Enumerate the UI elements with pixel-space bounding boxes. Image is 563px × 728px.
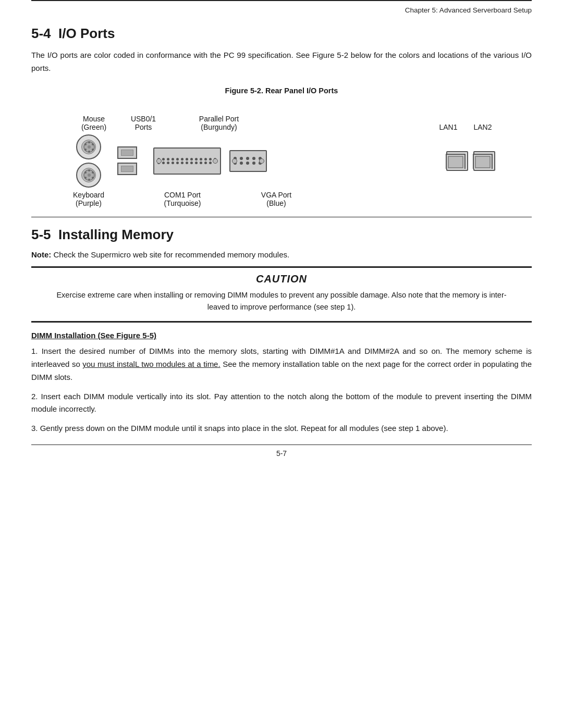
usb-port-0-inner [121, 150, 133, 156]
com1-label-line2: (Turquoise) [164, 199, 201, 207]
figure-caption: Figure 5-2. Rear Panel I/O Ports [31, 87, 532, 95]
parallel-label-line2: (Burgundy) [201, 123, 237, 131]
usb-label-line1: USB0/1 [131, 115, 156, 123]
lan1-port-group [446, 151, 468, 171]
caution-title: CAUTION [52, 273, 511, 285]
usb-port-1 [117, 163, 137, 175]
para1-underline: you must instalL two modules at a time. [82, 360, 220, 368]
svg-point-7 [88, 145, 91, 149]
para2: 2. Insert each DIMM module vertically in… [31, 390, 532, 416]
screw-icon-left [156, 158, 162, 164]
parallel-port [153, 147, 221, 175]
mouse-label-line1: Mouse [83, 115, 105, 123]
section-io-title: 5-4 I/O Ports [31, 26, 532, 42]
svg-point-3 [92, 149, 94, 151]
usb-port-1-inner [121, 166, 133, 172]
mouse-port [76, 134, 101, 159]
svg-point-12 [88, 179, 90, 181]
svg-point-1 [88, 141, 90, 143]
usb-label-top: USB0/1 Ports [120, 115, 167, 131]
vga-port [229, 150, 267, 172]
footer-page: 5-7 [31, 449, 532, 458]
keyboard-label-bottom: Keyboard (Purple) [68, 191, 109, 207]
keyboard-label-line1: Keyboard [73, 191, 104, 199]
vga-screw-right [259, 158, 264, 164]
para1: 1. Insert the desired number of DIMMs in… [31, 345, 532, 384]
vga-label-line2: (Blue) [266, 199, 286, 207]
mouse-keyboard-ports [68, 134, 109, 188]
svg-point-5 [84, 149, 87, 151]
lan2-label: LAN2 [470, 123, 495, 131]
note-label: Note: [31, 250, 51, 259]
screw-icon-right [213, 158, 218, 164]
io-outer: Mouse (Green) USB0/1 Ports Parallel Port… [68, 100, 495, 207]
section-io: 5-4 I/O Ports The I/O ports are color co… [31, 26, 532, 207]
parallel-label-line1: Parallel Port [199, 115, 239, 123]
note-line: Note: Check the Supermicro web site for … [31, 250, 532, 259]
vga-screw-icon-left [232, 158, 237, 164]
mouse-port-inner [81, 140, 96, 154]
keyboard-port [76, 163, 101, 188]
io-body-text: The I/O ports are color coded in conform… [31, 49, 532, 75]
page: Chapter 5: Advanced Serverboard Setup 5-… [0, 0, 563, 728]
usb-ports [114, 145, 141, 176]
lan1-label: LAN1 [436, 123, 461, 131]
com1-label-line1: COM1 Port [164, 191, 201, 199]
parallel-screw-right [213, 158, 218, 164]
keyboard-label-line2: (Purple) [76, 199, 102, 207]
mouse-label-line2: (Green) [81, 123, 106, 131]
dimm-subhead: DIMM Installation (See Figure 5-5) [31, 331, 532, 340]
parallel-label-top: Parallel Port (Burgundy) [167, 115, 271, 131]
lan1-port [446, 151, 468, 171]
svg-point-14 [84, 171, 87, 174]
vga-port-group [229, 150, 267, 172]
io-ports-diagram: Mouse (Green) USB0/1 Ports Parallel Port… [31, 100, 532, 207]
note-text: Check the Supermicro web site for recomm… [54, 250, 290, 259]
ports-row [68, 134, 495, 188]
lan-ports [446, 151, 495, 171]
svg-point-4 [88, 151, 90, 153]
chapter-label: Chapter 5: Advanced Serverboard Setup [405, 6, 532, 14]
svg-point-9 [88, 169, 90, 171]
keyboard-port-inner [81, 168, 96, 182]
vga-screw-left [232, 158, 237, 164]
usb-port-0 [117, 146, 137, 159]
bottom-labels-row: Keyboard (Purple) COM1 Port (Turquoise) … [68, 191, 495, 207]
parallel-screw-left [156, 158, 162, 164]
svg-point-10 [92, 171, 94, 174]
parallel-port-group [153, 147, 221, 175]
lan2-port [473, 151, 495, 171]
svg-point-6 [84, 143, 87, 145]
svg-point-15 [88, 174, 91, 177]
com1-label-bottom: COM1 Port (Turquoise) [141, 191, 224, 207]
svg-point-11 [92, 177, 94, 179]
top-labels-row: Mouse (Green) USB0/1 Ports Parallel Port… [68, 100, 495, 131]
header: Chapter 5: Advanced Serverboard Setup [31, 1, 532, 16]
section-memory-title: 5-5 Installing Memory [31, 227, 532, 243]
caution-box: CAUTION Exercise extreme care when insta… [31, 266, 532, 323]
para3: 3. Gently press down on the DIMM module … [31, 422, 532, 435]
vga-label-bottom: VGA Port (Blue) [240, 191, 313, 207]
keyboard-port-svg [82, 168, 95, 182]
lan1-port-svg [445, 153, 466, 169]
mouse-port-svg [82, 140, 95, 154]
lan2-port-svg [472, 153, 493, 169]
svg-point-2 [92, 143, 94, 145]
svg-rect-17 [448, 156, 463, 168]
section-memory: 5-5 Installing Memory Note: Check the Su… [31, 217, 532, 435]
section-memory-rule [31, 217, 532, 217]
vga-label-line1: VGA Port [261, 191, 291, 199]
vga-screw-icon-right [259, 158, 264, 164]
mouse-label-top: Mouse (Green) [68, 115, 120, 131]
lan2-port-group [473, 151, 495, 171]
lan-labels-top: LAN1 LAN2 [436, 123, 495, 131]
usb-label-line2: Ports [135, 123, 152, 131]
svg-rect-21 [475, 156, 490, 168]
svg-point-13 [84, 177, 87, 179]
footer-rule [31, 445, 532, 445]
caution-text: Exercise extreme care when installing or… [52, 289, 511, 314]
